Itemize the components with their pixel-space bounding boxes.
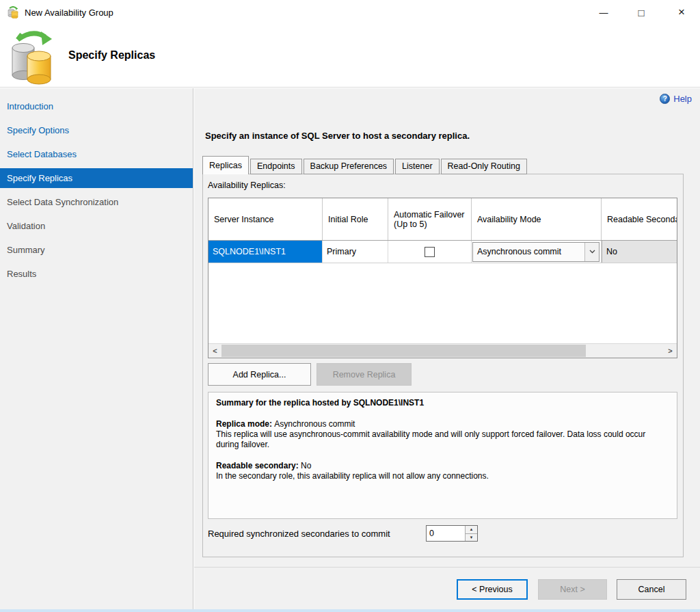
replica-mode-value: Asynchronous commit	[274, 419, 355, 429]
help-label: Help	[673, 94, 692, 104]
grid-header-row: Server Instance Initial Role Automatic F…	[208, 198, 677, 241]
availability-group-large-icon	[7, 27, 62, 85]
tab-backup-preferences[interactable]: Backup Preferences	[304, 159, 394, 174]
tab-read-only-routing[interactable]: Read-Only Routing	[441, 159, 527, 174]
availability-mode-value: Asynchronous commit	[473, 243, 584, 261]
replicas-tab-page: Availability Replicas: Server Instance I…	[202, 174, 684, 557]
previous-button[interactable]: < Previous	[457, 579, 528, 600]
sidebar-item-specify-replicas[interactable]: Specify Replicas	[0, 168, 193, 188]
sidebar-item-summary: Summary	[0, 240, 193, 260]
cell-readable-secondary: No	[602, 241, 677, 263]
minimize-button[interactable]: —	[588, 0, 619, 25]
new-availability-group-window: New Availability Group — □ ×	[0, 0, 700, 612]
tab-bar: Replicas Endpoints Backup Preferences Li…	[202, 156, 528, 174]
required-secondaries-spinner: ▲ ▼	[426, 525, 478, 542]
window-title: New Availability Group	[25, 8, 113, 18]
required-secondaries-input[interactable]	[427, 526, 465, 541]
sidebar-item-specify-options[interactable]: Specify Options	[0, 120, 193, 140]
spinner-buttons: ▲ ▼	[465, 526, 477, 541]
title-bar: New Availability Group — □ ×	[0, 0, 700, 25]
cell-initial-role: Primary	[323, 241, 388, 263]
scrollbar-thumb[interactable]	[221, 345, 586, 357]
tab-listener[interactable]: Listener	[395, 159, 439, 174]
sidebar-item-select-databases[interactable]: Select Databases	[0, 144, 193, 164]
required-secondaries-label: Required synchronized secondaries to com…	[208, 529, 390, 539]
column-header-availability-mode[interactable]: Availability Mode	[472, 198, 602, 240]
replica-summary-panel: Summary for the replica hosted by SQLNOD…	[208, 392, 677, 519]
cell-server-instance[interactable]: SQLNODE1\INST1	[208, 241, 323, 263]
horizontal-scrollbar[interactable]: < >	[208, 343, 677, 358]
scrollbar-track[interactable]	[221, 344, 664, 358]
column-header-readable-secondary[interactable]: Readable Secondary	[602, 198, 677, 240]
wizard-page-content: ? Help Specify an instance of SQL Server…	[194, 88, 700, 612]
spinner-down-icon[interactable]: ▼	[466, 534, 477, 542]
sidebar-item-validation: Validation	[0, 216, 193, 236]
scroll-left-icon[interactable]: <	[208, 344, 221, 358]
window-bottom-edge	[0, 609, 700, 612]
summary-replica-mode: Replica mode: Asynchronous commit This r…	[216, 419, 669, 450]
table-row: SQLNODE1\INST1 Primary Asynchronous comm…	[208, 241, 677, 263]
column-header-initial-role[interactable]: Initial Role	[323, 198, 388, 240]
footer-separator	[194, 567, 700, 568]
tab-replicas[interactable]: Replicas	[202, 156, 249, 174]
readable-secondary-dropdown: No	[602, 241, 677, 263]
add-replica-button[interactable]: Add Replica...	[208, 363, 311, 386]
column-header-automatic-failover[interactable]: Automatic Failover (Up to 5)	[388, 198, 472, 240]
sidebar-item-introduction[interactable]: Introduction	[0, 96, 193, 116]
close-button[interactable]: ×	[666, 0, 697, 25]
wizard-steps-sidebar: Introduction Specify Options Select Data…	[0, 88, 193, 612]
automatic-failover-checkbox[interactable]	[425, 247, 435, 257]
cancel-button[interactable]: Cancel	[617, 579, 686, 600]
grid-empty-area	[208, 263, 677, 343]
column-header-server-instance[interactable]: Server Instance	[208, 198, 323, 240]
spinner-up-icon[interactable]: ▲	[466, 526, 477, 534]
replica-mode-label: Replica mode:	[216, 419, 274, 429]
readable-secondary-description: In the secondary role, this availability…	[216, 471, 489, 481]
availability-replicas-label: Availability Replicas:	[208, 181, 286, 190]
availability-group-icon	[7, 6, 19, 18]
replica-mode-description: This replica will use asynchronous-commi…	[216, 429, 645, 449]
cell-automatic-failover	[388, 241, 472, 263]
summary-title: Summary for the replica hosted by SQLNOD…	[216, 398, 669, 408]
sidebar-item-results: Results	[0, 264, 193, 284]
next-button: Next >	[538, 579, 607, 600]
page-title: Specify Replicas	[68, 49, 155, 62]
availability-replicas-grid: Server Instance Initial Role Automatic F…	[208, 198, 677, 358]
scroll-right-icon[interactable]: >	[664, 344, 677, 358]
summary-readable-secondary: Readable secondary: No In the secondary …	[216, 461, 669, 481]
cell-availability-mode: Asynchronous commit	[472, 241, 602, 263]
help-link[interactable]: ? Help	[660, 94, 692, 104]
maximize-button[interactable]: □	[625, 0, 657, 25]
readable-secondary-label: Readable secondary:	[216, 461, 301, 470]
availability-mode-dropdown[interactable]: Asynchronous commit	[472, 242, 600, 262]
tab-endpoints[interactable]: Endpoints	[250, 159, 302, 174]
page-instruction: Specify an instance of SQL Server to hos…	[205, 131, 470, 141]
wizard-header: Specify Replicas	[0, 25, 700, 88]
help-icon: ?	[660, 94, 670, 104]
chevron-down-icon[interactable]	[584, 243, 599, 261]
remove-replica-button: Remove Replica	[317, 363, 412, 386]
readable-secondary-value: No	[301, 461, 311, 470]
sidebar-item-select-data-synchronization: Select Data Synchronization	[0, 192, 193, 212]
